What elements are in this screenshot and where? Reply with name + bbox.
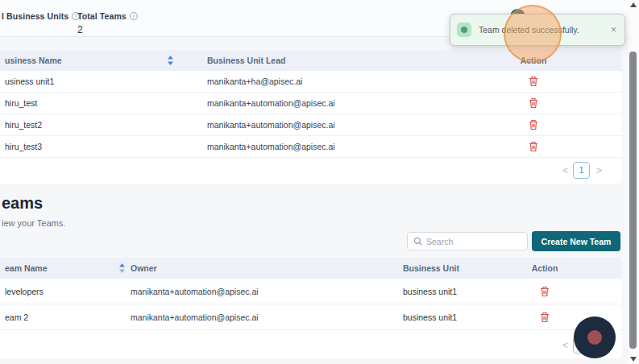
total-teams-value: 2	[77, 24, 138, 35]
table-row: eam 2 manikanta+automation@apisec.ai bus…	[0, 304, 622, 330]
business-unit-cell: business unit1	[403, 312, 457, 322]
stat-total-teams: Total Teams i 2	[77, 11, 138, 35]
teams-search[interactable]	[407, 232, 528, 250]
business-unit-lead-cell: manikanta+automation@apisec.ai	[207, 120, 335, 130]
vertical-scrollbar	[628, 0, 639, 364]
total-business-units-label: l Business Units	[2, 11, 68, 21]
delete-icon[interactable]	[517, 77, 550, 87]
pagination-page-1-button[interactable]: 1	[573, 162, 590, 179]
close-icon[interactable]: ×	[611, 24, 616, 35]
teams-pagination: < 1 >	[0, 333, 622, 358]
team-name-cell: eam 2	[5, 312, 28, 322]
search-icon	[413, 237, 422, 246]
column-header-business-unit: Business Unit	[403, 263, 459, 273]
teams-section-subtitle: iew your Teams.	[2, 218, 65, 228]
create-new-team-button[interactable]: Create New Team	[532, 231, 620, 251]
business-name-cell: hiru_test	[5, 98, 37, 108]
teams-table-header: eam Name Owner Business Unit Action	[0, 258, 622, 279]
business-units-table: usiness Name Business Unit Lead Action u…	[0, 50, 622, 184]
search-input[interactable]	[426, 237, 521, 246]
delete-icon[interactable]	[529, 286, 561, 296]
business-unit-lead-cell: manikanta+automation@apisec.ai	[207, 142, 335, 151]
teams-table: eam Name Owner Business Unit Action leve…	[0, 258, 622, 358]
table-row: levelopers manikanta+automation@apisec.a…	[0, 279, 622, 304]
table-row: usiness unit1 manikanta+ha@apisec.ai	[0, 71, 622, 93]
teams-section-title: eams	[2, 194, 65, 213]
business-name-cell: hiru_test3	[5, 142, 42, 151]
total-teams-label: Total Teams	[77, 11, 127, 21]
delete-icon[interactable]	[517, 98, 550, 109]
owner-cell: manikanta+automation@apisec.ai	[131, 287, 259, 296]
scroll-down-arrow-icon[interactable]	[630, 357, 637, 362]
delete-icon[interactable]	[517, 142, 550, 152]
column-header-team-name: eam Name	[5, 263, 48, 273]
business-unit-lead-cell: manikanta+ha@apisec.ai	[207, 77, 302, 86]
business-name-cell: usiness unit1	[5, 77, 54, 86]
record-dot-icon	[587, 330, 602, 345]
info-icon[interactable]: i	[130, 12, 138, 20]
click-highlight-circle	[504, 5, 562, 63]
screen-record-button[interactable]	[574, 316, 616, 358]
owner-cell: manikanta+automation@apisec.ai	[131, 312, 259, 322]
delete-icon[interactable]	[529, 312, 561, 322]
business-unit-lead-cell: manikanta+automation@apisec.ai	[207, 98, 335, 108]
pagination-prev-button[interactable]: <	[562, 340, 568, 351]
scroll-up-arrow-icon[interactable]	[630, 2, 637, 7]
team-name-cell: levelopers	[5, 287, 44, 296]
table-row: hiru_test3 manikanta+automation@apisec.a…	[0, 136, 622, 158]
scrollbar-thumb[interactable]	[629, 52, 637, 349]
table-row: hiru_test2 manikanta+automation@apisec.a…	[0, 114, 622, 136]
column-header-business-name: usiness Name	[5, 56, 62, 65]
pagination-prev-button[interactable]: <	[562, 165, 568, 176]
pagination-next-button[interactable]: >	[596, 165, 602, 176]
business-unit-cell: business unit1	[403, 287, 457, 296]
success-check-icon	[457, 23, 471, 37]
column-header-action: Action	[529, 263, 561, 273]
sort-icon[interactable]	[118, 263, 126, 273]
table-row: hiru_test manikanta+automation@apisec.ai	[0, 93, 622, 114]
business-units-pagination: < 1 >	[0, 158, 622, 184]
column-header-business-unit-lead: Business Unit Lead	[207, 56, 285, 65]
stat-total-business-units: l Business Units i	[2, 11, 80, 21]
business-name-cell: hiru_test2	[5, 120, 42, 130]
delete-icon[interactable]	[517, 120, 550, 130]
column-header-owner: Owner	[131, 263, 157, 273]
sort-icon[interactable]	[167, 56, 174, 65]
